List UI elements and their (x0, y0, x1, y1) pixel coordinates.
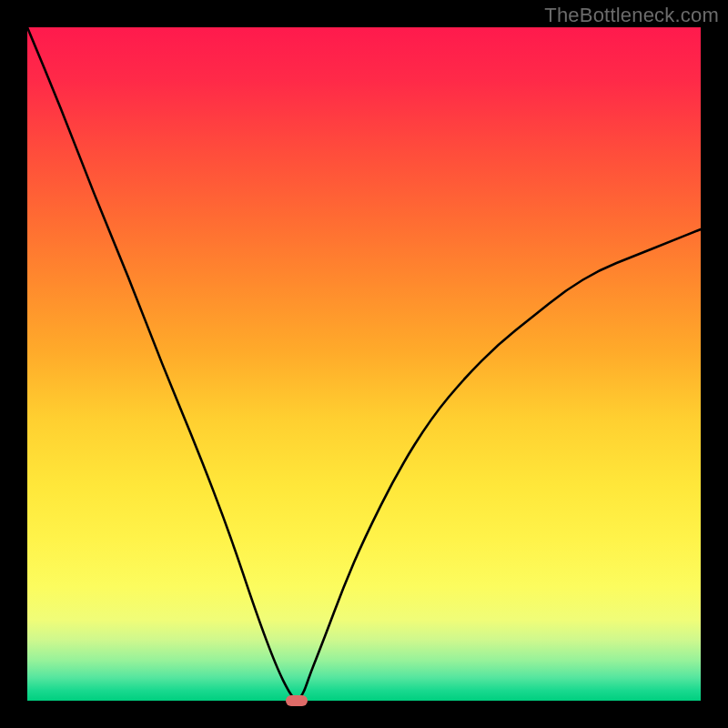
bottleneck-curve-path (27, 27, 701, 699)
curve-svg (27, 27, 701, 701)
plot-area (27, 27, 701, 701)
watermark-text: TheBottleneck.com (544, 4, 719, 27)
valley-marker (286, 695, 308, 706)
chart-frame: TheBottleneck.com (0, 0, 728, 728)
